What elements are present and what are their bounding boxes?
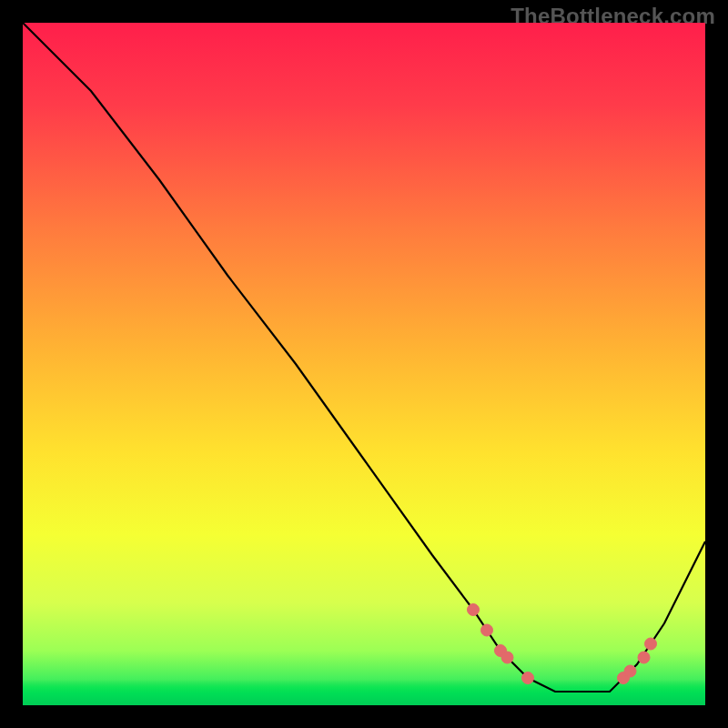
data-point — [522, 672, 534, 684]
curve-path — [23, 23, 705, 692]
bottleneck-curve — [23, 23, 705, 705]
plot-area — [23, 23, 705, 705]
data-point — [624, 665, 636, 677]
chart-stage: TheBottleneck.com — [0, 0, 728, 728]
data-point — [481, 624, 493, 636]
data-point — [645, 638, 657, 650]
data-point — [638, 652, 650, 663]
data-point — [468, 604, 480, 616]
data-point — [501, 652, 513, 663]
